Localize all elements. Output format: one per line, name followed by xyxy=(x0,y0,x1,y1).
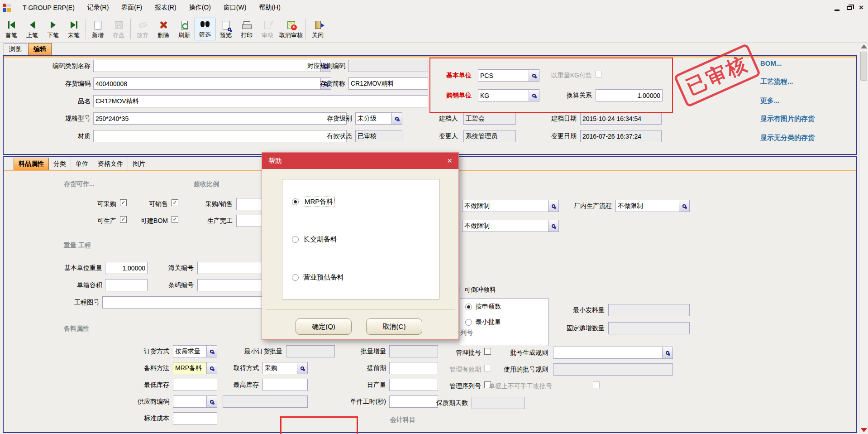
tab-units[interactable]: 单位 xyxy=(71,158,93,170)
max-stock-field xyxy=(262,379,308,391)
can-sell-label: 可销售 xyxy=(140,200,168,208)
delete-button[interactable]: 删除 xyxy=(153,19,174,40)
tab-images[interactable]: 图片 xyxy=(128,158,150,170)
create-date-label: 建档日期 xyxy=(535,115,577,123)
app-grid-icon xyxy=(3,4,11,12)
can-bom-checkbox[interactable] xyxy=(172,216,178,223)
radio-icon xyxy=(292,236,299,243)
link-show-with-images[interactable]: 显示有图片的存货 xyxy=(760,115,815,123)
supplier-code-field xyxy=(173,395,217,408)
backflush-label: 可倒冲领料 xyxy=(464,286,515,294)
dialog-ok-button[interactable]: 确定(Q) xyxy=(296,318,352,335)
vertical-scrollbar[interactable] xyxy=(859,43,868,434)
restrict-field-2: 不做限制 xyxy=(462,220,559,232)
fixed-increment-label: 固定递增数量 xyxy=(548,324,605,333)
close-window-button[interactable]: 关闭 xyxy=(307,19,328,40)
menu-help[interactable]: 帮助(H) xyxy=(253,2,286,14)
can-produce-label: 可生产 xyxy=(88,217,116,225)
close-icon[interactable]: × xyxy=(859,4,863,12)
tab-classification[interactable]: 分类 xyxy=(49,158,71,170)
base-weight-field: 1.00000 xyxy=(105,262,148,274)
lookup-icon[interactable] xyxy=(392,112,402,125)
link-show-unclassified[interactable]: 显示无分类的存货 xyxy=(760,134,815,142)
lookup-icon[interactable] xyxy=(207,362,217,374)
lookup-icon[interactable] xyxy=(207,395,217,408)
lookup-icon[interactable] xyxy=(679,200,690,212)
first-record-button[interactable]: 首笔 xyxy=(1,19,22,40)
tab-edit[interactable]: 编辑 xyxy=(28,43,52,55)
dialog-cancel-button[interactable]: 取消(C) xyxy=(366,318,422,335)
option-mrp-prep[interactable]: MRP备料 xyxy=(292,197,334,207)
menu-interface[interactable]: 界面(F) xyxy=(116,2,148,14)
option-long-lead-prep[interactable]: 长交期备料 xyxy=(292,235,337,244)
minimize-icon[interactable] xyxy=(835,10,839,11)
batch-increment-label: 批量增量 xyxy=(351,347,386,356)
link-more[interactable]: 更多... xyxy=(760,96,780,105)
menu-app[interactable]: T-GROUP ERP(E) xyxy=(17,2,80,13)
lookup-icon[interactable] xyxy=(297,362,308,374)
menu-window[interactable]: 窗口(W) xyxy=(218,2,252,14)
no-manual-batch-checkbox xyxy=(593,381,600,388)
preview-button[interactable]: 预览 xyxy=(215,19,236,40)
radio-icon xyxy=(292,274,299,281)
menu-operation[interactable]: 操作(O) xyxy=(184,2,216,14)
last-record-button[interactable]: 末笔 xyxy=(63,19,84,40)
option-annotation-box xyxy=(280,416,358,434)
issue-mode-min-batch[interactable]: 最小批量 xyxy=(465,318,501,326)
lookup-icon[interactable] xyxy=(548,200,559,212)
material-label: 材质 xyxy=(27,132,91,140)
filter-button[interactable]: 筛选 xyxy=(195,18,215,40)
save-button: 存盘 xyxy=(108,19,129,40)
min-stock-field xyxy=(173,379,217,391)
manage-batch-checkbox[interactable] xyxy=(484,348,491,355)
lookup-icon[interactable] xyxy=(663,347,673,359)
shelf-days-field xyxy=(472,397,525,409)
print-button[interactable]: 打印 xyxy=(236,19,257,40)
scroll-down-icon[interactable] xyxy=(861,428,867,432)
link-bom[interactable]: BOM... xyxy=(760,59,782,67)
manage-serial-label: 管理序列号 xyxy=(429,382,481,391)
daily-output-label: 日产量 xyxy=(351,381,386,389)
option-sales-forecast-prep[interactable]: 营业预估备料 xyxy=(292,273,344,282)
prep-method-field: MRP备料 xyxy=(173,362,217,374)
can-produce-checkbox[interactable] xyxy=(120,216,127,223)
issue-mode-by-request[interactable]: 按申领数 xyxy=(465,303,501,311)
refresh-button[interactable]: 刷新 xyxy=(174,19,195,40)
next-record-button[interactable]: 下笔 xyxy=(43,19,63,40)
scroll-up-icon[interactable] xyxy=(861,44,867,48)
usable-section-title: 存货可作... xyxy=(64,180,95,188)
can-sell-checkbox[interactable] xyxy=(172,199,178,206)
create-date-field: 2015-10-24 16:34:54 xyxy=(580,112,662,125)
new-button[interactable]: 新增 xyxy=(87,19,108,40)
shelf-days-label: 保质期天数 xyxy=(424,399,468,407)
modifier-field: 系统管理员 xyxy=(463,130,516,142)
item-level-label: 存货级别 xyxy=(312,115,352,123)
restore-icon[interactable] xyxy=(847,6,852,10)
nav-prev-icon xyxy=(30,19,35,30)
unit-annotation-box xyxy=(429,58,673,113)
account-section-title: 会计科目 xyxy=(390,416,415,424)
can-buy-checkbox[interactable] xyxy=(120,199,127,206)
dialog-close-icon[interactable]: × xyxy=(447,156,452,165)
menu-report[interactable]: 报表(R) xyxy=(149,2,181,14)
scrollbar-thumb[interactable] xyxy=(860,52,867,81)
menu-record[interactable]: 记录(R) xyxy=(82,2,114,14)
order-mode-label: 订货方式 xyxy=(135,347,169,356)
valid-status-label: 有效状态 xyxy=(312,132,352,140)
lookup-icon[interactable] xyxy=(207,345,217,357)
lookup-icon[interactable] xyxy=(548,220,559,232)
acquire-mode-field: 采购 xyxy=(262,362,308,374)
prev-record-button[interactable]: 上笔 xyxy=(22,19,43,40)
cancel-audit-button[interactable]: 取消审核 xyxy=(278,19,304,40)
tab-browse[interactable]: 浏览 xyxy=(4,43,27,55)
preview-icon xyxy=(223,19,229,30)
tab-qualification-files[interactable]: 资格文件 xyxy=(93,158,128,170)
tab-item-properties[interactable]: 料品属性 xyxy=(14,158,49,170)
link-process-flow[interactable]: 工艺流程... xyxy=(760,77,793,86)
supplier-name-field xyxy=(223,395,308,408)
std-cost-field xyxy=(173,412,217,424)
audit-button: 审核 xyxy=(257,19,278,40)
min-order-field xyxy=(286,345,335,357)
toolbar-separator xyxy=(86,19,86,39)
batch-increment-field xyxy=(389,345,438,357)
